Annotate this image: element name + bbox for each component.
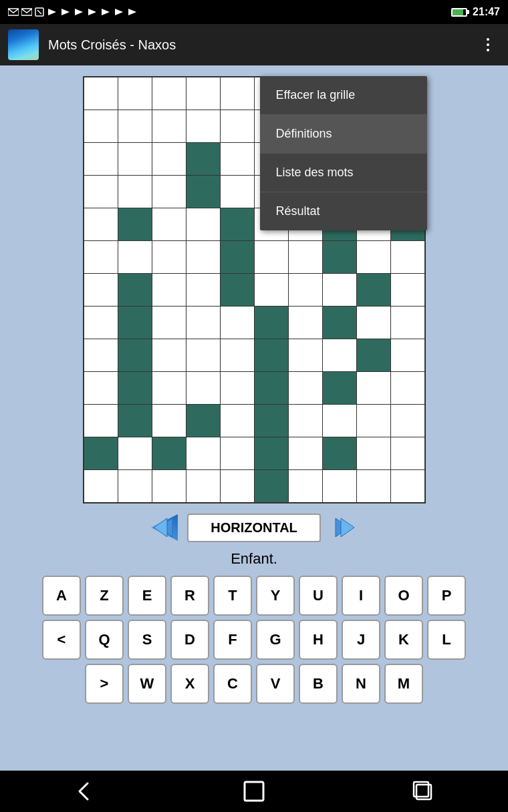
key-X[interactable]: X bbox=[170, 664, 209, 704]
menu-item-clear[interactable]: Effacer la grille bbox=[260, 76, 427, 115]
key-H[interactable]: H bbox=[299, 620, 338, 660]
cell-0-0[interactable] bbox=[84, 77, 118, 110]
key-S[interactable]: S bbox=[128, 620, 166, 660]
cell-6-9[interactable] bbox=[391, 274, 424, 306]
key-E[interactable]: E bbox=[128, 576, 166, 616]
cell-9-9[interactable] bbox=[391, 372, 424, 404]
cell-7-0[interactable] bbox=[84, 307, 118, 339]
key-P[interactable]: P bbox=[427, 576, 466, 616]
key-B[interactable]: B bbox=[299, 664, 338, 704]
cell-8-9[interactable] bbox=[391, 339, 424, 371]
cell-2-2[interactable] bbox=[152, 143, 186, 175]
cell-12-4[interactable] bbox=[221, 470, 254, 502]
key-Y[interactable]: Y bbox=[256, 576, 295, 616]
cell-5-5[interactable] bbox=[255, 241, 288, 273]
menu-item-result[interactable]: Résultat bbox=[260, 192, 427, 230]
cell-10-0[interactable] bbox=[84, 405, 118, 437]
cell-5-6[interactable] bbox=[289, 241, 322, 273]
cell-12-3[interactable] bbox=[186, 470, 220, 502]
key-D[interactable]: D bbox=[170, 620, 209, 660]
cell-1-2[interactable] bbox=[152, 110, 186, 142]
cell-2-0[interactable] bbox=[84, 143, 118, 175]
cell-3-0[interactable] bbox=[84, 176, 118, 208]
key-K[interactable]: K bbox=[384, 620, 423, 660]
cell-8-4[interactable] bbox=[221, 339, 254, 371]
cell-12-8[interactable] bbox=[357, 470, 390, 502]
cell-5-3[interactable] bbox=[186, 241, 220, 273]
cell-9-3[interactable] bbox=[186, 372, 220, 404]
cell-0-2[interactable] bbox=[152, 77, 186, 110]
key-F[interactable]: F bbox=[213, 620, 252, 660]
key-I[interactable]: I bbox=[342, 576, 380, 616]
key-U[interactable]: U bbox=[299, 576, 338, 616]
previous-arrow-button[interactable] bbox=[148, 512, 180, 544]
key-J[interactable]: J bbox=[342, 620, 380, 660]
cell-9-4[interactable] bbox=[221, 372, 254, 404]
menu-item-definitions[interactable]: Définitions bbox=[260, 115, 427, 154]
cell-1-3[interactable] bbox=[186, 110, 220, 142]
home-button[interactable] bbox=[242, 779, 266, 803]
cell-5-1[interactable] bbox=[118, 241, 152, 273]
cell-10-4[interactable] bbox=[221, 405, 254, 437]
cell-12-9[interactable] bbox=[391, 470, 424, 502]
cell-7-4[interactable] bbox=[221, 307, 254, 339]
cell-6-0[interactable] bbox=[84, 274, 118, 306]
key-W[interactable]: W bbox=[128, 664, 166, 704]
cell-7-2[interactable] bbox=[152, 307, 186, 339]
key-C[interactable]: C bbox=[213, 664, 252, 704]
cell-6-6[interactable] bbox=[289, 274, 322, 306]
cell-12-7[interactable] bbox=[323, 470, 356, 502]
cell-11-1[interactable] bbox=[118, 437, 152, 469]
key-<[interactable]: < bbox=[42, 620, 81, 660]
key-O[interactable]: O bbox=[384, 576, 423, 616]
cell-3-2[interactable] bbox=[152, 176, 186, 208]
cell-10-2[interactable] bbox=[152, 405, 186, 437]
cell-10-9[interactable] bbox=[391, 405, 424, 437]
cell-1-1[interactable] bbox=[118, 110, 152, 142]
key-T[interactable]: T bbox=[213, 576, 252, 616]
cell-12-2[interactable] bbox=[152, 470, 186, 502]
cell-0-1[interactable] bbox=[118, 77, 152, 110]
cell-0-4[interactable] bbox=[221, 77, 254, 110]
cell-12-1[interactable] bbox=[118, 470, 152, 502]
cell-11-6[interactable] bbox=[289, 437, 322, 469]
cell-2-4[interactable] bbox=[221, 143, 254, 175]
cell-8-6[interactable] bbox=[289, 339, 322, 371]
cell-5-9[interactable] bbox=[391, 241, 424, 273]
cell-7-9[interactable] bbox=[391, 307, 424, 339]
cell-6-5[interactable] bbox=[255, 274, 288, 306]
cell-1-0[interactable] bbox=[84, 110, 118, 142]
cell-8-0[interactable] bbox=[84, 339, 118, 371]
cell-5-8[interactable] bbox=[357, 241, 390, 273]
cell-4-0[interactable] bbox=[84, 208, 118, 240]
cell-10-7[interactable] bbox=[323, 405, 356, 437]
cell-5-0[interactable] bbox=[84, 241, 118, 273]
cell-10-6[interactable] bbox=[289, 405, 322, 437]
key-M[interactable]: M bbox=[384, 664, 423, 704]
cell-5-2[interactable] bbox=[152, 241, 186, 273]
key-A[interactable]: A bbox=[42, 576, 81, 616]
key-V[interactable]: V bbox=[256, 664, 295, 704]
cell-8-3[interactable] bbox=[186, 339, 220, 371]
direction-label[interactable]: HORIZONTAL bbox=[187, 514, 321, 542]
next-arrow-button[interactable] bbox=[328, 512, 360, 544]
cell-6-7[interactable] bbox=[323, 274, 356, 306]
cell-3-4[interactable] bbox=[221, 176, 254, 208]
menu-item-word-list[interactable]: Liste des mots bbox=[260, 154, 427, 192]
cell-7-3[interactable] bbox=[186, 307, 220, 339]
cell-6-3[interactable] bbox=[186, 274, 220, 306]
cell-0-3[interactable] bbox=[186, 77, 220, 110]
cell-10-8[interactable] bbox=[357, 405, 390, 437]
cell-12-0[interactable] bbox=[84, 470, 118, 502]
cell-12-6[interactable] bbox=[289, 470, 322, 502]
cell-1-4[interactable] bbox=[221, 110, 254, 142]
cell-9-2[interactable] bbox=[152, 372, 186, 404]
cell-11-8[interactable] bbox=[357, 437, 390, 469]
back-button[interactable] bbox=[73, 779, 97, 803]
key-R[interactable]: R bbox=[170, 576, 209, 616]
cell-9-6[interactable] bbox=[289, 372, 322, 404]
cell-8-2[interactable] bbox=[152, 339, 186, 371]
cell-9-0[interactable] bbox=[84, 372, 118, 404]
cell-2-1[interactable] bbox=[118, 143, 152, 175]
cell-9-8[interactable] bbox=[357, 372, 390, 404]
